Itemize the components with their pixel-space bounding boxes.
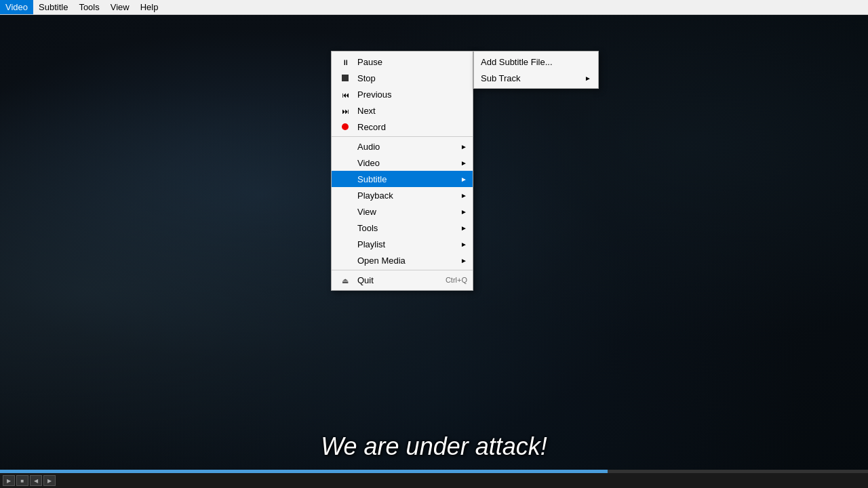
- ctx-record[interactable]: Record: [332, 119, 473, 135]
- ctx-stop[interactable]: Stop: [332, 70, 473, 86]
- pause-icon: [338, 57, 352, 67]
- ctx-playlist[interactable]: Playlist ►: [332, 236, 473, 252]
- menu-view[interactable]: View: [105, 0, 135, 14]
- ctx-open-media[interactable]: Open Media ►: [332, 252, 473, 268]
- menu-help[interactable]: Help: [135, 0, 164, 14]
- sub-add-subtitle-file[interactable]: Add Subtitle File...: [474, 54, 598, 70]
- submenu-subtitle: Add Subtitle File... Sub Track ►: [473, 51, 599, 89]
- ctx-view[interactable]: View ►: [332, 203, 473, 220]
- next-button[interactable]: ▶: [43, 475, 56, 486]
- previous-icon: [338, 89, 352, 100]
- next-icon: [338, 106, 352, 116]
- ctx-next[interactable]: Next: [332, 102, 473, 119]
- stop-button[interactable]: ■: [16, 475, 28, 486]
- menu-subtitle[interactable]: Subtitle: [33, 0, 73, 14]
- separator-1: [332, 136, 473, 137]
- ctx-tools[interactable]: Tools ►: [332, 220, 473, 236]
- ctx-pause[interactable]: Pause: [332, 54, 473, 70]
- quit-icon: [338, 275, 352, 285]
- prev-button[interactable]: ◀: [30, 475, 42, 486]
- record-icon: [338, 123, 352, 130]
- stop-icon: [338, 75, 352, 81]
- ctx-quit[interactable]: Quit Ctrl+Q: [332, 272, 473, 288]
- separator-2: [332, 270, 473, 270]
- sub-sub-track[interactable]: Sub Track ►: [474, 70, 598, 86]
- ctx-audio[interactable]: Audio ►: [332, 138, 473, 155]
- ctx-previous[interactable]: Previous: [332, 86, 473, 102]
- ctx-video[interactable]: Video ►: [332, 155, 473, 171]
- ctx-playback[interactable]: Playback ►: [332, 187, 473, 203]
- menu-tools[interactable]: Tools: [73, 0, 104, 14]
- play-pause-button[interactable]: ▶: [3, 475, 15, 486]
- ctx-subtitle[interactable]: Subtitle ►: [332, 171, 473, 187]
- menu-video[interactable]: Video: [0, 0, 33, 14]
- context-menu: Pause Stop Previous Next Record Audio ► …: [331, 51, 473, 291]
- menubar: Video Subtitle Tools View Help: [0, 0, 868, 15]
- controls-bar: ▶ ■ ◀ ▶: [0, 473, 868, 488]
